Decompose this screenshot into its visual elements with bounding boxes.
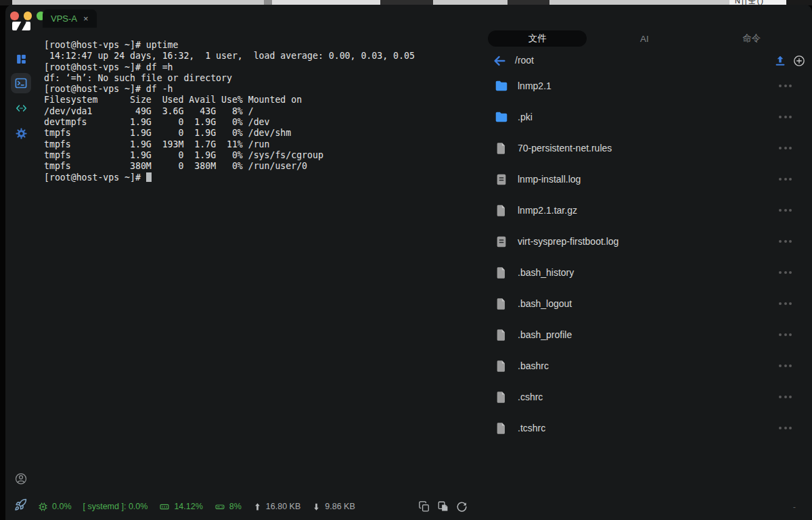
cpu-icon [38,502,48,512]
file-row[interactable]: virt-sysprep-firstboot.log [477,226,812,257]
more-options-button[interactable] [779,85,792,87]
sidebar-item-settings[interactable] [15,127,28,140]
file-name: .bash_logout [518,298,572,309]
file-icon [493,141,509,156]
file-name: lnmp2.1 [518,80,551,91]
top-process: [ systemd ]: 0.0% [83,502,148,511]
file-list: lnmp2.1.pki70-persistent-net.ruleslnmp-i… [477,70,812,496]
more-options-button[interactable] [779,209,792,212]
rocket-icon [14,498,27,511]
process-value: [ systemd ]: 0.0% [83,502,148,511]
sidebar-item-account[interactable] [14,472,28,486]
file-name: .tcshrc [518,423,545,433]
more-options-button[interactable] [779,147,792,149]
more-options-button[interactable] [779,271,792,274]
more-options-button[interactable] [779,396,792,398]
arrow-up-icon [253,502,262,512]
panel-collapse-dash[interactable]: - [793,502,796,512]
terminal-icon [14,76,28,90]
upload-button[interactable] [773,53,787,68]
tab-label: VPS-A [51,14,77,24]
file-row[interactable]: .bash_history [477,257,812,288]
sidebar-item-terminal[interactable] [11,73,31,93]
tab-ai[interactable]: AI [595,30,694,47]
file-row[interactable]: 70-persistent-net.rules [477,133,812,164]
terminal-actions [418,500,468,513]
more-options-button[interactable] [779,116,792,118]
memory-icon [159,502,170,512]
panel-tabs: 文件 AI 命令 [484,30,805,47]
file-icon [493,296,509,312]
file-icon [493,389,509,405]
refresh-icon [456,501,468,513]
more-options-button[interactable] [779,364,792,367]
file-name: .bash_profile [518,329,572,340]
file-row[interactable]: .cshrc [477,381,812,412]
file-panel: 文件 AI 命令 /root [477,25,812,496]
path-bar: /root [477,52,812,70]
file-text-icon [493,172,509,187]
more-options-button[interactable] [779,178,792,181]
file-name: .bash_history [518,267,574,278]
add-button[interactable] [792,53,806,68]
more-options-button[interactable] [779,302,792,305]
gear-icon [15,127,28,140]
folder-icon [493,110,509,125]
file-row[interactable]: lnmp2.1.tar.gz [477,195,812,226]
copy-icon [418,500,430,513]
window-controls [10,11,45,20]
sidebar-item-snippets[interactable] [15,102,28,115]
folder-icon [493,78,509,94]
back-button[interactable] [492,53,507,68]
minimize-window-button[interactable] [24,11,32,20]
file-row[interactable]: .tcshrc [477,412,812,444]
file-name: lnmp-install.log [518,174,581,185]
copy-button[interactable] [418,500,430,513]
more-options-button[interactable] [779,427,792,429]
sidebar-item-quick-launch[interactable] [14,498,27,511]
user-icon [14,472,28,486]
app-window: VPS-A × [5,5,812,520]
more-options-button[interactable] [779,240,792,243]
file-icon [493,203,509,218]
close-icon[interactable]: × [83,14,89,23]
tab-commands[interactable]: 命令 [702,30,801,47]
file-row[interactable]: .bashrc [477,350,812,381]
network-upload: 16.80 KB [253,502,300,512]
upload-value: 16.80 KB [266,502,300,511]
file-icon [493,358,509,374]
terminal-cursor [146,172,152,182]
file-row[interactable]: .pki [477,101,812,133]
arrow-left-icon [492,53,507,68]
file-row[interactable]: lnmp2.1 [477,70,812,101]
tab-vps-a[interactable]: VPS-A × [43,9,97,28]
current-path: /root [515,55,534,66]
file-name: virt-sysprep-firstboot.log [518,236,618,247]
sidebar-item-hosts[interactable] [16,53,27,65]
code-icon [15,102,28,115]
file-row[interactable]: lnmp-install.log [477,164,812,195]
close-window-button[interactable] [10,11,19,20]
desktop: N||全() VPS-A × [0,0,812,520]
download-value: 9.86 KB [325,502,355,511]
file-row[interactable]: .bash_profile [477,319,812,350]
file-name: .bashrc [518,360,549,371]
file-name: 70-persistent-net.rules [518,143,612,153]
cpu-usage: 0.0% [38,502,72,512]
memory-value: 14.12% [174,502,202,511]
tab-files[interactable]: 文件 [488,30,587,47]
file-row[interactable]: .bash_logout [477,288,812,319]
file-icon [493,327,509,343]
paste-button[interactable] [437,500,449,513]
arrow-down-icon [312,502,321,512]
file-name: .cshrc [518,392,543,402]
file-name: lnmp2.1.tar.gz [518,205,577,216]
upload-icon [773,53,787,68]
memory-usage: 14.12% [159,502,202,512]
terminal-output[interactable]: [root@host-vps ~]# uptime 14:12:47 up 24… [44,40,415,183]
more-options-button[interactable] [779,333,792,336]
file-icon [493,421,509,436]
refresh-button[interactable] [456,501,468,513]
dashboard-icon [16,53,27,65]
app-logo [12,22,30,30]
